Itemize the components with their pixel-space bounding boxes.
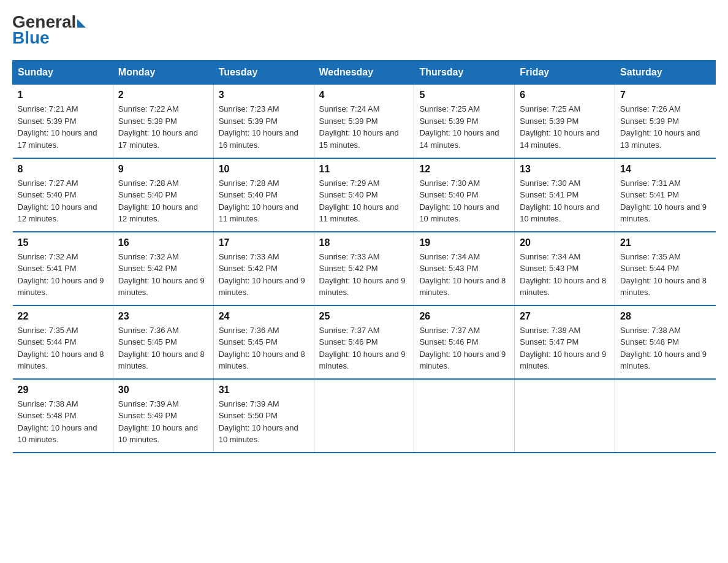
day-number: 18 [319, 237, 409, 248]
day-number: 2 [118, 90, 208, 101]
day-info: Sunrise: 7:39 AMSunset: 5:50 PMDaylight:… [219, 398, 309, 446]
weekday-header-sunday: Sunday [13, 61, 113, 85]
day-info: Sunrise: 7:25 AMSunset: 5:39 PMDaylight:… [520, 103, 610, 151]
day-number: 6 [520, 90, 610, 101]
day-number: 4 [319, 90, 409, 101]
calendar-table: SundayMondayTuesdayWednesdayThursdayFrid… [12, 60, 716, 453]
day-info: Sunrise: 7:33 AMSunset: 5:42 PMDaylight:… [319, 251, 409, 299]
day-info: Sunrise: 7:32 AMSunset: 5:42 PMDaylight:… [118, 251, 208, 299]
calendar-cell: 28 Sunrise: 7:38 AMSunset: 5:48 PMDaylig… [615, 305, 716, 379]
calendar-cell: 4 Sunrise: 7:24 AMSunset: 5:39 PMDayligh… [314, 85, 414, 158]
day-number: 3 [219, 90, 309, 101]
day-number: 9 [118, 164, 208, 175]
calendar-cell [615, 379, 716, 453]
day-number: 15 [18, 237, 108, 248]
day-number: 5 [419, 90, 509, 101]
day-number: 27 [520, 311, 610, 322]
calendar-cell: 26 Sunrise: 7:37 AMSunset: 5:46 PMDaylig… [414, 305, 515, 379]
calendar-cell: 9 Sunrise: 7:28 AMSunset: 5:40 PMDayligh… [113, 158, 213, 232]
day-number: 8 [18, 164, 108, 175]
day-number: 28 [620, 311, 710, 322]
day-info: Sunrise: 7:39 AMSunset: 5:49 PMDaylight:… [118, 398, 208, 446]
day-info: Sunrise: 7:30 AMSunset: 5:41 PMDaylight:… [520, 177, 610, 225]
logo-arrow-icon [77, 19, 86, 28]
page-header: General Blue [12, 12, 716, 48]
day-info: Sunrise: 7:38 AMSunset: 5:48 PMDaylight:… [18, 398, 108, 446]
day-number: 19 [419, 237, 509, 248]
day-number: 31 [219, 385, 309, 396]
day-number: 12 [419, 164, 509, 175]
calendar-cell: 27 Sunrise: 7:38 AMSunset: 5:47 PMDaylig… [515, 305, 615, 379]
day-number: 29 [18, 385, 108, 396]
calendar-header: SundayMondayTuesdayWednesdayThursdayFrid… [13, 61, 716, 85]
day-info: Sunrise: 7:28 AMSunset: 5:40 PMDaylight:… [118, 177, 208, 225]
logo: General Blue [12, 12, 86, 48]
weekday-header-wednesday: Wednesday [314, 61, 414, 85]
week-row: 1 Sunrise: 7:21 AMSunset: 5:39 PMDayligh… [13, 85, 716, 158]
day-info: Sunrise: 7:24 AMSunset: 5:39 PMDaylight:… [319, 103, 409, 151]
weekday-row: SundayMondayTuesdayWednesdayThursdayFrid… [13, 61, 716, 85]
day-info: Sunrise: 7:21 AMSunset: 5:39 PMDaylight:… [18, 103, 108, 151]
day-info: Sunrise: 7:22 AMSunset: 5:39 PMDaylight:… [118, 103, 208, 151]
weekday-header-friday: Friday [515, 61, 615, 85]
day-number: 24 [219, 311, 309, 322]
day-number: 21 [620, 237, 710, 248]
day-number: 11 [319, 164, 409, 175]
day-info: Sunrise: 7:35 AMSunset: 5:44 PMDaylight:… [620, 251, 710, 299]
calendar-cell: 1 Sunrise: 7:21 AMSunset: 5:39 PMDayligh… [13, 85, 113, 158]
day-info: Sunrise: 7:33 AMSunset: 5:42 PMDaylight:… [219, 251, 309, 299]
day-info: Sunrise: 7:29 AMSunset: 5:40 PMDaylight:… [319, 177, 409, 225]
day-info: Sunrise: 7:38 AMSunset: 5:47 PMDaylight:… [520, 324, 610, 372]
day-number: 26 [419, 311, 509, 322]
calendar-cell: 2 Sunrise: 7:22 AMSunset: 5:39 PMDayligh… [113, 85, 213, 158]
calendar-cell: 23 Sunrise: 7:36 AMSunset: 5:45 PMDaylig… [113, 305, 213, 379]
day-info: Sunrise: 7:34 AMSunset: 5:43 PMDaylight:… [520, 251, 610, 299]
day-number: 25 [319, 311, 409, 322]
day-number: 30 [118, 385, 208, 396]
calendar-cell: 13 Sunrise: 7:30 AMSunset: 5:41 PMDaylig… [515, 158, 615, 232]
calendar-cell: 30 Sunrise: 7:39 AMSunset: 5:49 PMDaylig… [113, 379, 213, 453]
calendar-cell: 5 Sunrise: 7:25 AMSunset: 5:39 PMDayligh… [414, 85, 515, 158]
calendar-cell: 14 Sunrise: 7:31 AMSunset: 5:41 PMDaylig… [615, 158, 716, 232]
calendar-cell: 31 Sunrise: 7:39 AMSunset: 5:50 PMDaylig… [213, 379, 314, 453]
logo-blue-text: Blue [12, 28, 50, 48]
day-number: 16 [118, 237, 208, 248]
day-info: Sunrise: 7:37 AMSunset: 5:46 PMDaylight:… [419, 324, 509, 372]
day-info: Sunrise: 7:34 AMSunset: 5:43 PMDaylight:… [419, 251, 509, 299]
weekday-header-thursday: Thursday [414, 61, 515, 85]
calendar-cell: 22 Sunrise: 7:35 AMSunset: 5:44 PMDaylig… [13, 305, 113, 379]
day-info: Sunrise: 7:35 AMSunset: 5:44 PMDaylight:… [18, 324, 108, 372]
calendar-cell: 21 Sunrise: 7:35 AMSunset: 5:44 PMDaylig… [615, 232, 716, 305]
week-row: 22 Sunrise: 7:35 AMSunset: 5:44 PMDaylig… [13, 305, 716, 379]
day-info: Sunrise: 7:37 AMSunset: 5:46 PMDaylight:… [319, 324, 409, 372]
calendar-cell: 17 Sunrise: 7:33 AMSunset: 5:42 PMDaylig… [213, 232, 314, 305]
calendar-cell: 24 Sunrise: 7:36 AMSunset: 5:45 PMDaylig… [213, 305, 314, 379]
calendar-cell: 8 Sunrise: 7:27 AMSunset: 5:40 PMDayligh… [13, 158, 113, 232]
day-info: Sunrise: 7:31 AMSunset: 5:41 PMDaylight:… [620, 177, 710, 225]
calendar-cell: 15 Sunrise: 7:32 AMSunset: 5:41 PMDaylig… [13, 232, 113, 305]
calendar-cell [414, 379, 515, 453]
weekday-header-saturday: Saturday [615, 61, 716, 85]
weekday-header-tuesday: Tuesday [213, 61, 314, 85]
calendar-cell: 20 Sunrise: 7:34 AMSunset: 5:43 PMDaylig… [515, 232, 615, 305]
week-row: 29 Sunrise: 7:38 AMSunset: 5:48 PMDaylig… [13, 379, 716, 453]
calendar-cell: 3 Sunrise: 7:23 AMSunset: 5:39 PMDayligh… [213, 85, 314, 158]
day-number: 14 [620, 164, 710, 175]
weekday-header-monday: Monday [113, 61, 213, 85]
day-info: Sunrise: 7:23 AMSunset: 5:39 PMDaylight:… [219, 103, 309, 151]
calendar-cell: 10 Sunrise: 7:28 AMSunset: 5:40 PMDaylig… [213, 158, 314, 232]
day-number: 10 [219, 164, 309, 175]
week-row: 8 Sunrise: 7:27 AMSunset: 5:40 PMDayligh… [13, 158, 716, 232]
calendar-cell: 11 Sunrise: 7:29 AMSunset: 5:40 PMDaylig… [314, 158, 414, 232]
day-number: 7 [620, 90, 710, 101]
day-info: Sunrise: 7:26 AMSunset: 5:39 PMDaylight:… [620, 103, 710, 151]
day-number: 20 [520, 237, 610, 248]
calendar-cell [515, 379, 615, 453]
day-number: 1 [18, 90, 108, 101]
day-number: 17 [219, 237, 309, 248]
day-info: Sunrise: 7:32 AMSunset: 5:41 PMDaylight:… [18, 251, 108, 299]
calendar-cell: 12 Sunrise: 7:30 AMSunset: 5:40 PMDaylig… [414, 158, 515, 232]
calendar-cell: 18 Sunrise: 7:33 AMSunset: 5:42 PMDaylig… [314, 232, 414, 305]
day-info: Sunrise: 7:30 AMSunset: 5:40 PMDaylight:… [419, 177, 509, 225]
day-number: 23 [118, 311, 208, 322]
